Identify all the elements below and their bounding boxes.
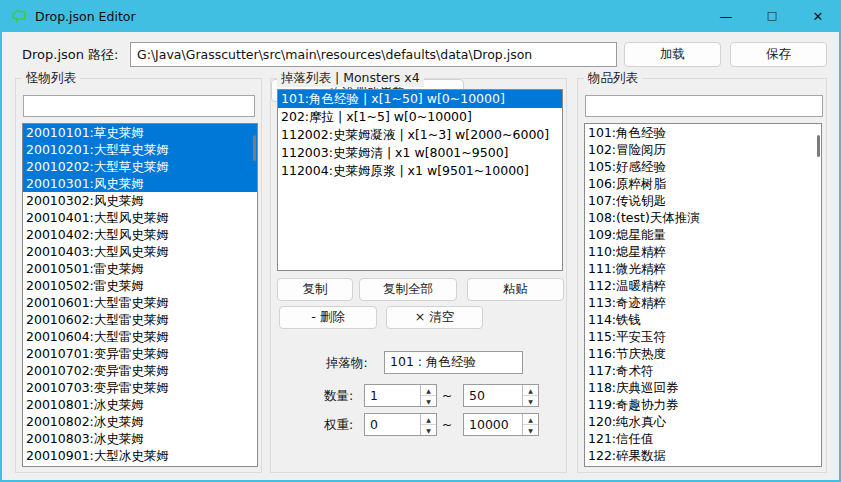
list-item[interactable]: 20010202:大型草史莱姆 — [23, 158, 257, 175]
list-item[interactable]: 113:奇迹精粹 — [585, 294, 821, 311]
quantity-range-separator: ~ — [437, 384, 457, 407]
list-item[interactable]: 20010301:风史莱姆 — [23, 175, 257, 192]
list-item[interactable]: 20010201:大型草史莱姆 — [23, 141, 257, 158]
drop-listbox[interactable]: 101:角色经验 | x[1~50] w[0~10000]202:摩拉 | x[… — [277, 89, 563, 271]
list-item[interactable]: 20010901:大型冰史莱姆 — [23, 447, 257, 464]
list-item[interactable]: 20010602:大型雷史莱姆 — [23, 311, 257, 328]
list-item[interactable]: 118:庆典巡回券 — [585, 379, 821, 396]
megaphone-icon — [10, 7, 28, 25]
titlebar: Drop.json Editor — □ ✕ — [0, 0, 841, 32]
drop-panel-title: 掉落列表 | Monsters x4 — [277, 70, 424, 87]
spinner-buttons: ▲ ▼ — [522, 414, 538, 435]
path-label: Drop.json 路径: — [22, 42, 119, 67]
list-item[interactable]: 119:奇趣协力券 — [585, 396, 821, 413]
load-button[interactable]: 加载 — [624, 42, 721, 67]
weight-min-value[interactable]: 0 — [365, 414, 420, 435]
quantity-max-spinner[interactable]: 50 ▲ ▼ — [463, 384, 539, 407]
list-item[interactable]: 20010401:大型风史莱姆 — [23, 209, 257, 226]
monster-panel-title: 怪物列表 — [22, 70, 80, 87]
list-item[interactable]: 20010101:草史莱姆 — [23, 124, 257, 141]
list-item[interactable]: 20010302:风史莱姆 — [23, 192, 257, 209]
list-item[interactable]: 20010502:雷史莱姆 — [23, 277, 257, 294]
window-controls: — □ ✕ — [703, 0, 841, 32]
spinner-up-icon[interactable]: ▲ — [523, 414, 538, 425]
clear-button[interactable]: × 清空 — [386, 306, 483, 329]
list-item[interactable]: 112004:史莱姆原浆 | x1 w[9501~10000] — [278, 162, 562, 180]
list-item[interactable]: 107:传说钥匙 — [585, 192, 821, 209]
list-item[interactable]: 20010702:变异雷史莱姆 — [23, 362, 257, 379]
weight-label: 权重: — [324, 413, 353, 436]
quantity-max-value[interactable]: 50 — [464, 385, 522, 406]
list-item[interactable]: 115:平安玉符 — [585, 328, 821, 345]
spinner-down-icon[interactable]: ▼ — [421, 396, 436, 406]
list-item[interactable]: 112003:史莱姆清 | x1 w[8001~9500] — [278, 144, 562, 162]
spinner-buttons: ▲ ▼ — [522, 385, 538, 406]
list-item[interactable]: 20010803:冰史莱姆 — [23, 430, 257, 447]
list-item[interactable]: 112002:史莱姆凝液 | x[1~3] w[2000~6000] — [278, 126, 562, 144]
list-item[interactable]: 108:(test)天体推演 — [585, 209, 821, 226]
maximize-button[interactable]: □ — [749, 0, 795, 32]
quantity-min-value[interactable]: 1 — [365, 385, 420, 406]
spinner-up-icon[interactable]: ▲ — [523, 385, 538, 396]
item-search-input[interactable] — [585, 95, 823, 117]
list-item[interactable]: 20010802:冰史莱姆 — [23, 413, 257, 430]
list-item[interactable]: 117:奇术符 — [585, 362, 821, 379]
weight-max-spinner[interactable]: 10000 ▲ ▼ — [463, 413, 539, 436]
weight-range-separator: ~ — [437, 413, 457, 436]
weight-max-value[interactable]: 10000 — [464, 414, 522, 435]
app-window: Drop.json Editor — □ ✕ Drop.json 路径: 加载 … — [0, 0, 841, 482]
close-button[interactable]: ✕ — [795, 0, 841, 32]
list-item[interactable]: 101:角色经验 | x[1~50] w[0~10000] — [278, 90, 562, 108]
list-item[interactable]: 20010604:大型雷史莱姆 — [23, 328, 257, 345]
spinner-up-icon[interactable]: ▲ — [421, 385, 436, 396]
item-panel-title: 物品列表 — [584, 70, 642, 87]
list-item[interactable]: 109:熄星能量 — [585, 226, 821, 243]
list-item[interactable]: 112:温暖精粹 — [585, 277, 821, 294]
list-item[interactable]: 110:熄星精粹 — [585, 243, 821, 260]
drop-item-label: 掉落物: — [326, 351, 368, 374]
item-listbox[interactable]: 101:角色经验102:冒险阅历105:好感经验106:原粹树脂107:传说钥匙… — [584, 123, 822, 467]
copy-button[interactable]: 复制 — [277, 278, 353, 301]
list-item[interactable]: 20010703:变异雷史莱姆 — [23, 379, 257, 396]
copy-all-button[interactable]: 复制全部 — [359, 278, 457, 301]
path-input[interactable] — [130, 42, 617, 67]
weight-min-spinner[interactable]: 0 ▲ ▼ — [364, 413, 437, 436]
spinner-down-icon[interactable]: ▼ — [421, 425, 436, 435]
spinner-down-icon[interactable]: ▼ — [523, 396, 538, 406]
spinner-down-icon[interactable]: ▼ — [523, 425, 538, 435]
delete-button[interactable]: - 删除 — [279, 306, 377, 329]
list-item[interactable]: 20010701:变异雷史莱姆 — [23, 345, 257, 362]
list-item[interactable]: 20010501:雷史莱姆 — [23, 260, 257, 277]
item-list-scrollbar[interactable] — [817, 135, 820, 157]
list-item[interactable]: 20010403:大型风史莱姆 — [23, 243, 257, 260]
window-title: Drop.json Editor — [35, 9, 136, 24]
item-panel: 物品列表 101:角色经验102:冒险阅历105:好感经验106:原粹树脂107… — [577, 78, 827, 473]
drop-panel: 掉落列表 | Monsters x4 101:角色经验 | x[1~50] w[… — [270, 78, 567, 473]
spinner-buttons: ▲ ▼ — [420, 414, 436, 435]
list-item[interactable]: 111:微光精粹 — [585, 260, 821, 277]
list-item[interactable]: 122:碎果数据 — [585, 447, 821, 464]
list-item[interactable]: 105:好感经验 — [585, 158, 821, 175]
monster-list-scrollbar[interactable] — [253, 135, 256, 161]
minimize-button[interactable]: — — [703, 0, 749, 32]
list-item[interactable]: 102:冒险阅历 — [585, 141, 821, 158]
list-item[interactable]: 114:铁钱 — [585, 311, 821, 328]
save-button[interactable]: 保存 — [730, 42, 827, 67]
monster-listbox[interactable]: 20010101:草史莱姆20010201:大型草史莱姆20010202:大型草… — [22, 123, 258, 467]
list-item[interactable]: 120:纯水真心 — [585, 413, 821, 430]
paste-button[interactable]: 粘贴 — [467, 278, 564, 301]
list-item[interactable]: 101:角色经验 — [585, 124, 821, 141]
drop-item-input[interactable] — [384, 351, 523, 374]
spinner-up-icon[interactable]: ▲ — [421, 414, 436, 425]
quantity-label: 数量: — [324, 384, 353, 407]
list-item[interactable]: 20010801:冰史莱姆 — [23, 396, 257, 413]
list-item[interactable]: 202:摩拉 | x[1~5] w[0~10000] — [278, 108, 562, 126]
main-content: Drop.json 路径: 加载 保存 怪物列表 20010101:草史莱姆20… — [2, 32, 839, 480]
list-item[interactable]: 121:信任值 — [585, 430, 821, 447]
list-item[interactable]: 20010402:大型风史莱姆 — [23, 226, 257, 243]
list-item[interactable]: 20010601:大型雷史莱姆 — [23, 294, 257, 311]
quantity-min-spinner[interactable]: 1 ▲ ▼ — [364, 384, 437, 407]
list-item[interactable]: 116:节庆热度 — [585, 345, 821, 362]
monster-search-input[interactable] — [23, 95, 255, 117]
list-item[interactable]: 106:原粹树脂 — [585, 175, 821, 192]
